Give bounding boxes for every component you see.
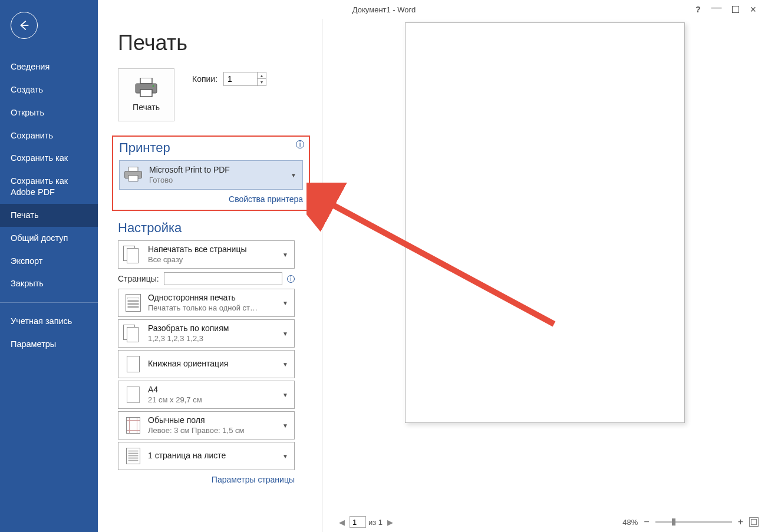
duplex-icon (122, 293, 142, 313)
pages-per-sheet-icon (122, 446, 142, 466)
svg-rect-4 (128, 167, 138, 171)
orientation-dropdown[interactable]: Книжная ориентация ▼ (118, 350, 295, 378)
preview-footer: ◀ из 1 ▶ 48% − + (322, 513, 768, 532)
zoom-controls: 48% − + (622, 517, 759, 527)
chevron-down-icon: ▼ (280, 422, 291, 429)
close-icon[interactable]: × (750, 4, 756, 16)
orientation-icon (122, 354, 142, 374)
zoom-slider[interactable] (655, 521, 732, 523)
sidebar-item-export[interactable]: Экспорт (0, 250, 98, 273)
current-page-input[interactable] (350, 516, 366, 528)
sidebar-item-save-as[interactable]: Сохранить как (0, 147, 98, 170)
print-button[interactable]: Печать (118, 68, 174, 121)
chevron-down-icon: ▼ (280, 453, 291, 460)
backstage-sidebar: Сведения Создать Открыть Сохранить Сохра… (0, 0, 98, 532)
sidebar-item-save-adobe-pdf[interactable]: Сохранить как Adobe PDF (0, 170, 98, 204)
paper-size-icon (122, 385, 142, 405)
paper-size-dropdown[interactable]: A4 21 см x 29,7 см ▼ (118, 381, 295, 409)
print-settings-column: Печать Печать Копии: ▲ ▼ (98, 19, 322, 532)
next-page-icon[interactable]: ▶ (385, 518, 395, 527)
page-total-text: из 1 (368, 518, 383, 527)
zoom-percent: 48% (622, 518, 638, 527)
preview-page (405, 22, 685, 423)
copies-down-icon[interactable]: ▼ (258, 79, 266, 85)
help-icon[interactable]: ? (696, 5, 701, 14)
pages-per-sheet-dropdown[interactable]: 1 страница на листе ▼ (118, 442, 295, 470)
window-title: Документ1 - Word (352, 5, 416, 14)
printer-properties-link[interactable]: Свойства принтера (229, 194, 303, 204)
duplex-dropdown[interactable]: Односторонняя печать Печатать только на … (118, 289, 295, 317)
chevron-down-icon: ▼ (280, 392, 291, 398)
sidebar-item-share[interactable]: Общий доступ (0, 227, 98, 250)
print-button-label: Печать (133, 103, 160, 112)
printer-icon (123, 165, 143, 185)
settings-section-title: Настройка (118, 220, 322, 236)
print-action-row: Печать Копии: ▲ ▼ (118, 68, 322, 121)
sidebar-item-new[interactable]: Создать (0, 78, 98, 101)
printer-icon (134, 78, 158, 98)
zoom-in-icon[interactable]: + (737, 517, 744, 527)
sidebar-item-options[interactable]: Параметры (0, 333, 98, 356)
preview-column: ◀ из 1 ▶ 48% − + (322, 19, 768, 532)
chevron-down-icon: ▼ (280, 331, 291, 337)
chevron-down-icon: ▼ (280, 300, 291, 306)
page-setup-link[interactable]: Параметры страницы (212, 475, 295, 484)
page-title: Печать (118, 31, 322, 55)
settings-group: Напечатать все страницы Все сразу ▼ Стра… (118, 240, 295, 484)
zoom-out-icon[interactable]: − (642, 517, 650, 527)
copies-row: Копии: ▲ ▼ (192, 72, 266, 86)
copies-input[interactable] (224, 72, 257, 85)
pages-icon (122, 244, 142, 265)
pages-info-icon[interactable]: i (287, 275, 295, 283)
printer-name: Microsoft Print to PDF (149, 165, 282, 176)
sidebar-separator (0, 302, 98, 303)
sidebar-item-open[interactable]: Открыть (0, 101, 98, 124)
chevron-down-icon: ▼ (280, 252, 291, 258)
printer-status: Готово (149, 176, 282, 185)
prev-page-icon[interactable]: ◀ (337, 518, 347, 527)
svg-point-3 (153, 85, 154, 87)
margins-dropdown[interactable]: Обычные поля Левое: 3 см Правое: 1,5 см … (118, 411, 295, 440)
page-navigator: ◀ из 1 ▶ (337, 516, 395, 528)
printer-dropdown[interactable]: Microsoft Print to PDF Готово ▼ (119, 160, 303, 190)
sidebar-item-close[interactable]: Закрыть (0, 272, 98, 295)
copies-spinbox[interactable]: ▲ ▼ (223, 72, 266, 86)
print-range-dropdown[interactable]: Напечатать все страницы Все сразу ▼ (118, 240, 295, 269)
margins-icon (122, 415, 142, 435)
sidebar-item-info[interactable]: Сведения (0, 55, 98, 78)
chevron-down-icon: ▼ (288, 172, 299, 179)
window-controls: ? — × (696, 4, 768, 16)
svg-rect-6 (128, 176, 138, 181)
collate-icon (122, 323, 142, 343)
printer-section-title: Принтер (119, 140, 303, 156)
back-button[interactable] (11, 12, 38, 39)
copies-label: Копии: (192, 74, 217, 84)
maximize-icon[interactable] (732, 6, 739, 13)
fit-to-window-icon[interactable] (749, 517, 759, 527)
printer-info-icon[interactable]: i (296, 140, 304, 148)
title-bar: Документ1 - Word ? — × (0, 0, 768, 19)
svg-rect-0 (140, 78, 152, 84)
copies-up-icon[interactable]: ▲ (258, 72, 266, 79)
chevron-down-icon: ▼ (280, 361, 291, 368)
sidebar-item-account[interactable]: Учетная запись (0, 310, 98, 333)
pages-label: Страницы: (118, 274, 159, 283)
main-area: Печать Печать Копии: ▲ ▼ (98, 19, 768, 532)
sidebar-item-save[interactable]: Сохранить (0, 124, 98, 147)
svg-rect-2 (140, 90, 152, 97)
minimize-icon[interactable]: — (711, 1, 721, 14)
pages-row: Страницы: i (118, 272, 295, 285)
pages-input[interactable] (164, 272, 282, 285)
printer-section-highlight: Принтер i Microsoft Print to PDF Готово … (112, 136, 310, 211)
sidebar-item-print[interactable]: Печать (0, 204, 98, 227)
collate-dropdown[interactable]: Разобрать по копиям 1,2,3 1,2,3 1,2,3 ▼ (118, 319, 295, 348)
